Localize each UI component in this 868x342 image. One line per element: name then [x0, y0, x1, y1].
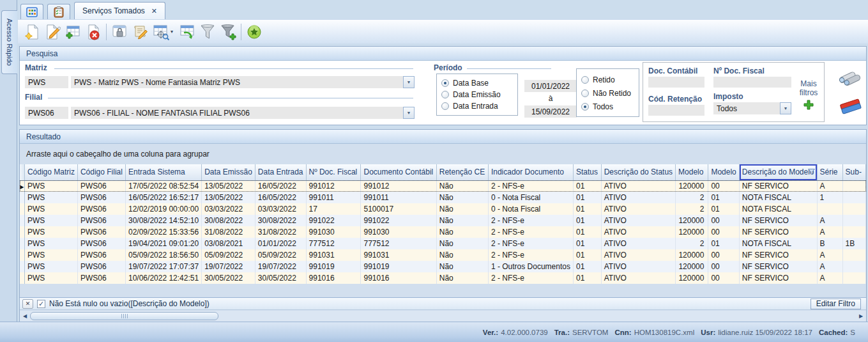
- column-header[interactable]: Descrição do Modelo: [739, 164, 817, 180]
- column-header[interactable]: Status: [573, 164, 601, 180]
- table-row[interactable]: PWSPWS0619/07/2022 17:07:3719/07/202219/…: [20, 261, 866, 272]
- row-header[interactable]: [20, 261, 24, 272]
- cell: PWS06: [77, 272, 125, 284]
- edit-document-button[interactable]: [42, 22, 63, 42]
- new-document-button[interactable]: [22, 22, 42, 42]
- add-filter-button[interactable]: [218, 22, 238, 42]
- table-row[interactable]: PWSPWS0605/09/2022 18:56:5005/09/202205/…: [20, 249, 866, 261]
- group-by-hint: Arraste aqui o cabeçalho de uma coluna p…: [26, 150, 209, 159]
- matriz-code-input[interactable]: PWS: [25, 76, 68, 88]
- column-header[interactable]: Série: [817, 164, 842, 180]
- imposto-combo[interactable]: Todos ▼: [713, 102, 791, 114]
- row-header[interactable]: [20, 238, 24, 249]
- matriz-combo[interactable]: PWS - Matriz PWS - Nome Fantasia Matriz …: [71, 76, 415, 88]
- column-filter-icon[interactable]: [808, 169, 815, 175]
- column-header[interactable]: Retenção CE: [436, 164, 488, 180]
- horizontal-scrollbar[interactable]: ◀ ▶: [20, 311, 866, 322]
- column-header[interactable]: Código Matriz: [24, 164, 77, 180]
- table-row[interactable]: PWSPWS0616/05/2022 16:52:1713/05/202216/…: [20, 192, 866, 203]
- grid-settings-dropdown-caret[interactable]: ▾: [171, 29, 177, 35]
- radio-retido[interactable]: Retido: [577, 73, 639, 86]
- cell: ATIVO: [601, 203, 675, 215]
- table-row[interactable]: PWSPWS0619/04/2021 09:01:2003/08/202101/…: [20, 238, 866, 249]
- column-header[interactable]: Modelo: [676, 164, 708, 180]
- table-row[interactable]: PWSPWS0630/08/2022 14:52:1030/08/202230/…: [20, 215, 866, 226]
- scroll-right-arrow[interactable]: ▶: [856, 311, 866, 322]
- row-header[interactable]: [20, 192, 24, 203]
- radio-nao-retido[interactable]: Não Retido: [577, 86, 639, 100]
- row-header[interactable]: ▶: [20, 180, 24, 192]
- cell: PWS06: [77, 203, 125, 215]
- row-header[interactable]: [20, 249, 24, 261]
- audit-script-icon: [132, 24, 148, 40]
- cell: ATIVO: [601, 226, 675, 238]
- table-row[interactable]: PWSPWS0610/06/2022 12:42:5130/05/202230/…: [20, 272, 866, 284]
- cod-retencao-input[interactable]: [648, 105, 704, 116]
- tab-tasks[interactable]: [47, 4, 70, 19]
- grid-settings-button[interactable]: [150, 22, 171, 42]
- row-header[interactable]: [20, 272, 24, 284]
- cell: 00: [708, 180, 739, 192]
- cell: 12/02/2019 00:00:00: [126, 203, 202, 215]
- row-header[interactable]: [20, 203, 24, 215]
- chevron-down-icon[interactable]: ▼: [780, 102, 791, 114]
- filial-combo[interactable]: PWS06 - FILIAL - NOME FANTASIA FILIAL PW…: [71, 107, 415, 119]
- scrollbar-thumb[interactable]: [30, 312, 218, 320]
- row-header[interactable]: [20, 215, 24, 226]
- radio-data-emissao[interactable]: Data Emissão: [437, 89, 517, 100]
- add-grid-button[interactable]: [63, 22, 83, 42]
- tab-label: Serviços Tomados: [82, 6, 145, 15]
- tab-servicos-tomados[interactable]: Serviços Tomados ✕: [74, 2, 165, 19]
- chevron-down-icon[interactable]: ▼: [403, 76, 415, 88]
- radio-data-base[interactable]: Data Base: [437, 77, 517, 89]
- column-header[interactable]: Indicador Documento: [488, 164, 573, 180]
- column-header[interactable]: Descrição do Status: [601, 164, 675, 180]
- export-grid-button[interactable]: [177, 22, 197, 42]
- tab-home[interactable]: [20, 4, 43, 19]
- column-header[interactable]: Sub-: [842, 164, 865, 180]
- column-header[interactable]: Entrada Sistema: [126, 164, 202, 180]
- date-to-input[interactable]: 15/09/2022: [524, 105, 577, 118]
- delete-document-button[interactable]: [83, 22, 103, 42]
- close-tab-icon[interactable]: ✕: [151, 7, 157, 15]
- column-header[interactable]: Data Entrada: [255, 164, 306, 180]
- doc-contabil-label: Doc. Contábil: [648, 66, 697, 75]
- num-doc-fiscal-input[interactable]: [713, 77, 791, 88]
- remove-filter-button[interactable]: ✕: [22, 299, 33, 309]
- scroll-left-arrow[interactable]: ◀: [20, 311, 30, 322]
- cell: 120000: [676, 180, 708, 192]
- doc-contabil-input[interactable]: [648, 77, 704, 88]
- table-row[interactable]: PWSPWS0612/02/2019 00:00:0003/03/202203/…: [20, 203, 866, 215]
- cell: 17/05/2022 08:52:54: [126, 180, 202, 192]
- resultado-panel-header: Resultado: [20, 130, 866, 144]
- column-header[interactable]: Nº Doc. Fiscal: [306, 164, 361, 180]
- range-separator: à: [524, 94, 577, 103]
- cell: 02/09/2022 15:33:56: [126, 226, 202, 238]
- filter-enabled-checkbox[interactable]: ✓: [37, 300, 45, 308]
- mais-filtros-link[interactable]: Mais filtros: [793, 79, 825, 97]
- chevron-down-icon[interactable]: ▼: [403, 107, 415, 119]
- lock-document-button[interactable]: [109, 22, 130, 42]
- clear-eraser-icon[interactable]: [839, 98, 863, 116]
- column-header[interactable]: Data Emissão: [202, 164, 255, 180]
- radio-todos[interactable]: Todos: [577, 100, 639, 113]
- quick-access-tab[interactable]: Acesso Rápido: [1, 10, 17, 74]
- column-header[interactable]: Documento Contábil: [361, 164, 436, 180]
- status-bar: Ver.:4.02.000.0739Tra.:SERVTOMCnn:HOM130…: [0, 322, 868, 342]
- table-row[interactable]: PWSPWS0602/09/2022 15:33:5631/08/202231/…: [20, 226, 866, 238]
- filter-button[interactable]: [197, 22, 218, 42]
- search-binoculars-icon[interactable]: [837, 68, 863, 89]
- favorites-button[interactable]: [244, 22, 264, 42]
- cell: 00: [708, 226, 739, 238]
- edit-filter-button[interactable]: Editar Filtro: [811, 299, 861, 309]
- date-from-input[interactable]: 01/01/2022: [524, 80, 577, 92]
- plus-icon[interactable]: [803, 100, 814, 110]
- cell: 16/05/2022: [255, 192, 306, 203]
- table-row[interactable]: ▶PWSPWS0617/05/2022 08:52:5413/05/202216…: [20, 180, 866, 192]
- audit-script-button[interactable]: [130, 22, 150, 42]
- row-header[interactable]: [20, 226, 24, 238]
- filial-code-input[interactable]: PWS06: [25, 107, 68, 119]
- radio-data-entrada[interactable]: Data Entrada: [437, 100, 517, 112]
- column-header[interactable]: Código Filial: [77, 164, 125, 180]
- column-header[interactable]: Modelo: [708, 164, 739, 180]
